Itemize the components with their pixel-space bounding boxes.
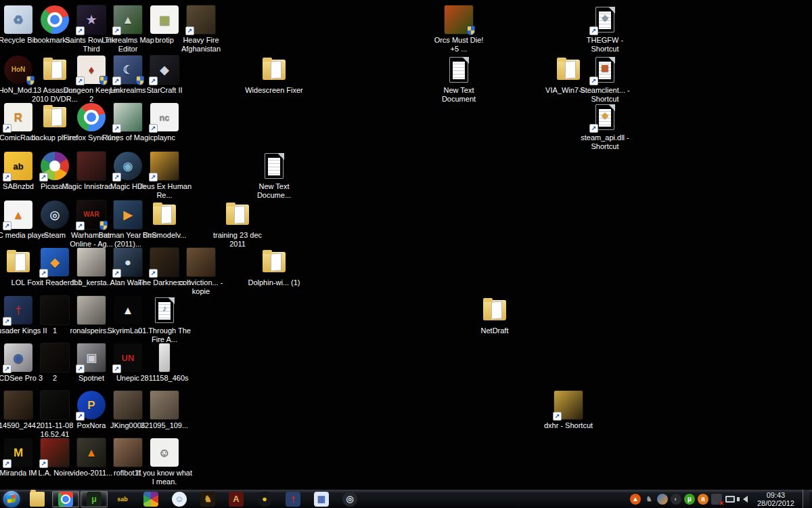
steam-api-dll-doc-glyph: ◈ <box>591 111 619 119</box>
desktop-icon-netdraft[interactable]: NetDraft <box>464 296 526 335</box>
if-you-know-icon: ☺ <box>150 438 179 467</box>
heavy-fire-afghanistan-label: Heavy Fire Afghanistan <box>170 36 232 54</box>
widescreen-fixer-folder-page <box>271 60 281 79</box>
thegfw-shortcut-label: THEGFW - Shortcut <box>574 36 636 54</box>
vlc-media-player-glyph: ▲ <box>13 209 24 221</box>
taskbar-messenger-button[interactable]: ☺ <box>166 491 193 507</box>
taskbar-picasa-icon <box>143 492 158 507</box>
taskbar-sabnzbd-icon: sab <box>115 492 130 507</box>
desktop-icon-widescreen-fixer[interactable]: Widescreen Fixer <box>243 56 305 95</box>
desktop-icon-orcs-must-die[interactable]: Orcs Must Die! +5 ... <box>428 5 490 54</box>
saints-row-the-third-glyph: ★ <box>86 14 96 26</box>
desktop-icon-training-23-dec-2011[interactable]: training 23 dec 2011 <box>206 200 269 249</box>
desktop-icon-heavy-fire-afghanistan[interactable]: ↗Heavy Fire Afghanistan <box>170 5 232 54</box>
steam-api-dll-label: steam_api.dll - Shortcut <box>574 133 636 151</box>
tray-wings-icon[interactable]: ♞ <box>644 494 654 505</box>
taskbar-utorrent-button[interactable]: µ <box>81 491 108 507</box>
tray-utorrent-icon[interactable]: µ <box>684 494 695 505</box>
taskbar-warhammer-button[interactable]: ♞ <box>194 491 221 507</box>
desktop-icon-deus-ex-human-re[interactable]: ↗Deus Ex Human Re... <box>133 152 196 200</box>
taskbar-calculator-button[interactable]: ▦ <box>308 491 335 507</box>
dxhr-shortcut-icon: ↗ <box>554 391 583 419</box>
taskbar-age-of-empires-button[interactable]: A <box>223 491 250 507</box>
tray-network-icon[interactable]: ✕ <box>711 494 722 505</box>
taskbar-buttons: µsab☺♞A●†▦◎ <box>23 491 364 507</box>
new-text-docume-label: New Text Docume... <box>243 182 305 200</box>
taskbar-picasa-button[interactable] <box>137 491 164 507</box>
training-23-dec-2011-label: training 23 dec 2011 <box>206 231 269 249</box>
taskbar: µsab☺♞A●†▦◎ ▲♞◐µa✕ 09:43 28/02/2012 <box>0 489 812 508</box>
desktop-icon-if-you-know[interactable]: ☺If you know what I mean. <box>133 438 196 486</box>
taskbar-chrome-button[interactable] <box>52 491 79 507</box>
steam-api-dll-doc-fold <box>608 104 615 111</box>
desktop-icon-2811158-460s[interactable]: 2811158_460s <box>133 343 196 383</box>
desktop-icon-plaync[interactable]: nc↗plaync <box>133 103 196 142</box>
linkrealms-map-editor-glyph: ▲ <box>122 14 134 26</box>
321095-109-label: 321095_109... <box>133 421 196 430</box>
taskbar-batman-button[interactable]: ● <box>251 491 278 507</box>
warhammer-online-shortcut-arrow-icon: ↗ <box>76 221 85 230</box>
spotnet-glyph: ▣ <box>86 352 97 364</box>
taskbar-explorer-icon <box>30 492 45 507</box>
show-desktop-button[interactable] <box>803 490 809 508</box>
taskbar-steam-button[interactable]: ◎ <box>336 491 363 507</box>
desktop-icon-new-text-document-2[interactable]: New Text Document <box>428 56 490 104</box>
if-you-know-glyph: ☺ <box>158 447 170 459</box>
thegfw-shortcut-shortcut-arrow-icon: ↗ <box>589 26 598 35</box>
taskbar-crusader-kings-button[interactable]: † <box>279 491 307 507</box>
tray-app-circle-icon[interactable]: ◐ <box>671 494 681 505</box>
01-through-the-fire-doc-glyph: ♪ <box>150 304 179 312</box>
brotip-glyph: ▦ <box>159 14 170 26</box>
tray-display-icon[interactable] <box>725 494 736 505</box>
widescreen-fixer-folder-icon <box>260 56 288 84</box>
taskbar-calculator-icon: ▦ <box>314 492 329 507</box>
conviction-kopie-icon <box>187 248 215 276</box>
desktop-icon-bnsmodelv[interactable]: BnSmodelv... <box>133 200 196 240</box>
deus-ex-human-re-icon: ↗ <box>150 152 179 180</box>
2811158-460s-icon <box>159 343 170 372</box>
unepic-shortcut-arrow-icon: ↗ <box>112 364 121 373</box>
desktop-icon-thegfw-shortcut[interactable]: ◈↗THEGFW - Shortcut <box>574 5 636 54</box>
taskbar-clock[interactable]: 09:43 28/02/2012 <box>752 491 800 507</box>
tray-sabnzbd-icon[interactable]: a <box>698 494 708 505</box>
tray-volume-icon[interactable] <box>738 494 749 505</box>
desktop-icon-dolphin-wi[interactable]: Dolphin-wi... (1) <box>243 248 305 287</box>
start-button[interactable] <box>0 490 23 508</box>
plaync-shortcut-arrow-icon: ↗ <box>149 124 158 133</box>
desktop-icon-steamclient-shortcut[interactable]: ▦↗Steamclient... - Shortcut <box>574 56 636 104</box>
steam-api-dll-document-icon: ◈↗ <box>591 103 619 131</box>
desktop[interactable]: ♻Recycle Binbookmarks...★↗Saints Row The… <box>0 0 812 508</box>
dolphin-wi-folder-page <box>271 253 281 271</box>
new-text-docume-document-icon <box>260 152 288 180</box>
taskbar-explorer-button[interactable] <box>24 491 51 507</box>
desktop-icon-steam-api-dll[interactable]: ◈↗steam_api.dll - Shortcut <box>574 103 636 151</box>
orcs-must-die-label: Orcs Must Die! +5 ... <box>428 36 490 54</box>
desktop-icon-new-text-docume[interactable]: New Text Docume... <box>243 152 305 200</box>
new-text-document-2-doc-fold <box>462 57 469 64</box>
tray-flame-icon[interactable]: ▲ <box>630 494 641 505</box>
desktop-icon-dxhr-shortcut[interactable]: ↗dxhr - Shortcut <box>537 391 600 430</box>
dungeon-keeper-2-glyph: ♦ <box>89 64 95 76</box>
unepic-glyph: UN <box>122 354 135 362</box>
alan-wake-glyph: ● <box>125 257 131 268</box>
runes-of-magic-shortcut-arrow-icon: ↗ <box>112 124 121 133</box>
tray-network-error-badge: ✕ <box>719 500 724 507</box>
desktop-icon-conviction-kopie[interactable]: conviction... - kopie <box>170 248 232 296</box>
new-text-document-2-label: New Text Document <box>428 86 490 104</box>
taskbar-sabnzbd-button[interactable]: sab <box>109 491 136 507</box>
saints-row-the-third-shortcut-arrow-icon: ↗ <box>76 26 85 35</box>
taskbar-age-of-empires-icon: A <box>229 492 244 507</box>
thegfw-shortcut-document-icon: ◈↗ <box>591 5 619 34</box>
tray-weather-icon[interactable] <box>657 494 668 505</box>
dolphin-wi-folder-icon <box>260 248 288 276</box>
taskbar-warhammer-icon: ♞ <box>200 492 215 507</box>
desktop-icon-321095-109[interactable]: 321095_109... <box>133 391 196 430</box>
thegfw-shortcut-doc-fold <box>608 7 615 14</box>
heavy-fire-afghanistan-shortcut-arrow-icon: ↗ <box>185 26 194 35</box>
netdraft-label: NetDraft <box>464 326 526 335</box>
desktop-icon-starcraft-2[interactable]: ◆↗StarCraft II <box>133 56 196 95</box>
plaync-label: plaync <box>133 133 196 142</box>
dxhr-shortcut-shortcut-arrow-icon: ↗ <box>553 412 562 421</box>
desktop-icon-01-through-the-fire[interactable]: ♪01 Through The Fire A... <box>133 296 196 344</box>
dolphin-wi-label: Dolphin-wi... (1) <box>243 278 305 287</box>
